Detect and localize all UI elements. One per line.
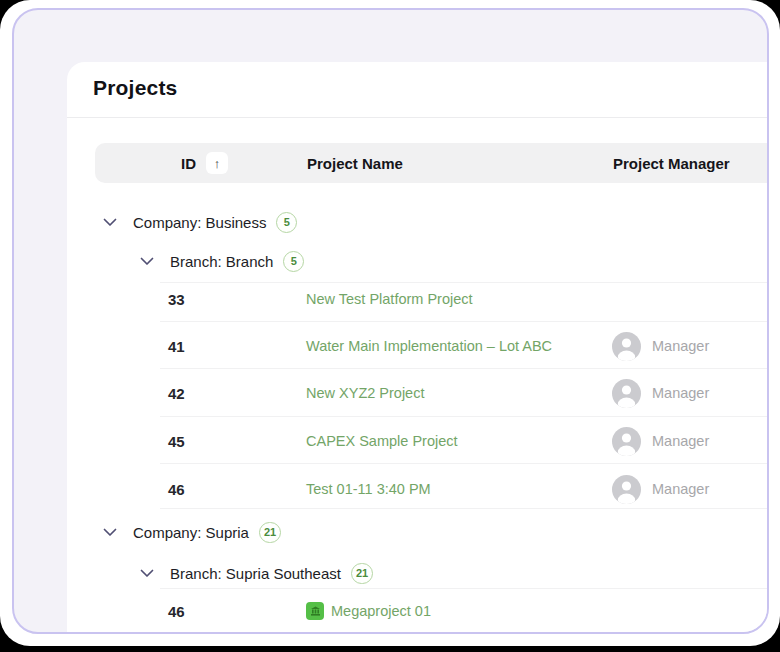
table-row[interactable]: 33 New Test Platform Project [67, 279, 767, 319]
sort-ascending-icon[interactable]: ↑ [206, 152, 228, 174]
project-id: 46 [168, 481, 185, 498]
table-row[interactable]: 45 CAPEX Sample Project Manager [67, 421, 767, 461]
person-icon [612, 475, 641, 504]
project-id: 42 [168, 385, 185, 402]
chevron-down-icon[interactable] [140, 569, 154, 578]
table-row[interactable]: 46 Megaproject 01 [67, 591, 767, 631]
count-badge: 5 [276, 212, 297, 233]
screenshot-stage: Projects ID ↑ Project Name Project Manag… [0, 0, 780, 652]
chevron-down-icon[interactable] [140, 257, 154, 266]
column-header-project-name[interactable]: Project Name [307, 143, 403, 183]
group-label: Branch: Branch [170, 253, 273, 270]
project-id: 33 [168, 291, 185, 308]
project-name-link[interactable]: Megaproject 01 [306, 602, 431, 620]
row-divider [160, 368, 767, 369]
table-row[interactable]: 46 Test 01-11 3:40 PM Manager [67, 469, 767, 509]
project-name-link[interactable]: New XYZ2 Project [306, 385, 424, 401]
manager-cell: Manager [612, 475, 709, 504]
project-id: 46 [168, 603, 185, 620]
project-name-link[interactable]: Test 01-11 3:40 PM [306, 481, 431, 497]
count-badge: 21 [259, 522, 281, 543]
manager-cell: Manager [612, 427, 709, 456]
project-name-link[interactable]: Water Main Implementation – Lot ABC [306, 338, 552, 354]
group-label: Branch: Supria Southeast [170, 565, 341, 582]
row-divider [160, 463, 767, 464]
table-row[interactable]: 42 New XYZ2 Project Manager [67, 373, 767, 413]
project-name: Megaproject 01 [331, 603, 431, 619]
project-id: 41 [168, 338, 185, 355]
manager-name: Manager [652, 481, 709, 497]
manager-name: Manager [652, 433, 709, 449]
person-icon [612, 332, 641, 361]
row-divider [160, 508, 767, 509]
project-id: 45 [168, 433, 185, 450]
person-icon [612, 379, 641, 408]
page-title: Projects [93, 76, 177, 100]
title-divider [67, 117, 767, 118]
group-row-branch-supria-southeast[interactable]: Branch: Supria Southeast 21 [67, 553, 767, 593]
content-panel: Projects ID ↑ Project Name Project Manag… [12, 8, 769, 634]
project-name-link[interactable]: New Test Platform Project [306, 291, 473, 307]
chevron-down-icon[interactable] [103, 218, 117, 227]
manager-name: Manager [652, 385, 709, 401]
row-divider [160, 321, 767, 322]
project-name-link[interactable]: CAPEX Sample Project [306, 433, 458, 449]
manager-cell: Manager [612, 332, 709, 361]
count-badge: 5 [283, 251, 304, 272]
group-label: Company: Business [133, 214, 266, 231]
person-icon [612, 427, 641, 456]
manager-cell: Manager [612, 379, 709, 408]
row-divider [160, 588, 767, 589]
group-label: Company: Supria [133, 524, 249, 541]
group-row-company-business[interactable]: Company: Business 5 [67, 202, 767, 242]
row-divider [160, 416, 767, 417]
table-header: ID ↑ Project Name Project Manager [95, 143, 767, 183]
building-icon [306, 602, 324, 620]
column-header-id[interactable]: ID [181, 143, 196, 183]
app-window: Projects ID ↑ Project Name Project Manag… [0, 0, 780, 646]
chevron-down-icon[interactable] [103, 528, 117, 537]
group-row-branch-branch[interactable]: Branch: Branch 5 [67, 241, 767, 281]
projects-card: Projects ID ↑ Project Name Project Manag… [67, 62, 767, 632]
table-row[interactable]: 41 Water Main Implementation – Lot ABC M… [67, 326, 767, 366]
group-row-company-supria[interactable]: Company: Supria 21 [67, 512, 767, 552]
column-header-project-manager[interactable]: Project Manager [613, 143, 730, 183]
count-badge: 21 [351, 563, 373, 584]
manager-name: Manager [652, 338, 709, 354]
